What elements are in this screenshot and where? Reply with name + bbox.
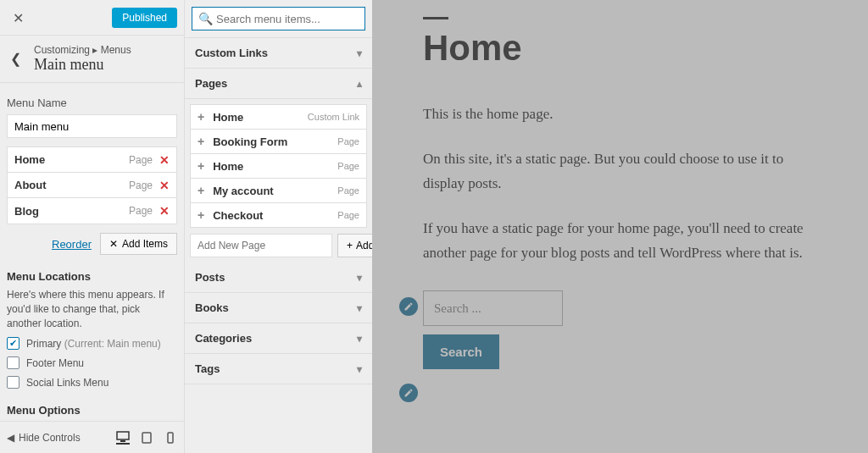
close-button[interactable]: ✕ bbox=[0, 0, 36, 36]
menu-item-type: Page bbox=[129, 154, 153, 166]
location-label: Footer Menu bbox=[26, 357, 84, 369]
checkbox-icon[interactable] bbox=[7, 356, 19, 369]
checkbox-icon[interactable]: ✔ bbox=[7, 337, 19, 350]
accordion-label: Tags bbox=[195, 362, 220, 375]
breadcrumb: Customizing ▸ Menus bbox=[34, 44, 174, 56]
page-title: Main menu bbox=[34, 56, 174, 74]
page-item[interactable]: +HomeCustom Link bbox=[190, 104, 367, 130]
accordion-label: Custom Links bbox=[195, 47, 268, 59]
accordion-label: Pages bbox=[195, 77, 227, 90]
location-note: (Current: Main menu) bbox=[64, 338, 161, 350]
location-option-social[interactable]: Social Links Menu bbox=[7, 376, 177, 389]
accordion-books[interactable]: Books ▾ bbox=[185, 293, 372, 323]
accordion-pages[interactable]: Pages ▴ bbox=[185, 69, 372, 99]
menu-item-label: Blog bbox=[14, 205, 129, 218]
svg-rect-3 bbox=[168, 433, 173, 443]
hide-controls-button[interactable]: ◀ Hide Controls bbox=[7, 432, 81, 444]
accordion-custom-links[interactable]: Custom Links ▾ bbox=[185, 38, 372, 69]
page-item-type: Page bbox=[337, 185, 359, 196]
menu-item-type: Page bbox=[129, 180, 153, 191]
page-item[interactable]: +Booking FormPage bbox=[190, 129, 367, 154]
add-items-label: Add Items bbox=[122, 238, 168, 250]
menu-item-label: Home bbox=[14, 153, 129, 166]
page-item[interactable]: +My accountPage bbox=[190, 178, 367, 203]
page-item-type: Page bbox=[337, 210, 359, 220]
chevron-up-icon: ▴ bbox=[357, 78, 362, 90]
accordion-label: Categories bbox=[195, 332, 252, 345]
collapse-icon: ◀ bbox=[7, 432, 14, 444]
menu-options-heading: Menu Options bbox=[7, 404, 177, 417]
preview-overlay bbox=[372, 0, 868, 453]
search-icon: 🔍 bbox=[198, 12, 213, 25]
tablet-icon[interactable] bbox=[140, 431, 153, 445]
accordion-categories[interactable]: Categories ▾ bbox=[185, 323, 372, 354]
remove-icon[interactable]: ✕ bbox=[159, 204, 170, 218]
svg-rect-0 bbox=[117, 432, 129, 439]
plus-icon: + bbox=[198, 159, 204, 173]
location-label: Primary bbox=[26, 338, 61, 350]
page-item-label: Home bbox=[213, 160, 337, 173]
add-new-page-input[interactable] bbox=[190, 234, 332, 257]
chevron-down-icon: ▾ bbox=[357, 333, 362, 345]
plus-icon: + bbox=[198, 110, 204, 124]
chevron-down-icon: ▾ bbox=[357, 363, 362, 375]
published-button[interactable]: Published bbox=[112, 8, 177, 28]
page-item-type: Custom Link bbox=[308, 112, 359, 122]
accordion-tags[interactable]: Tags ▾ bbox=[185, 354, 372, 384]
plus-icon: + bbox=[347, 240, 353, 251]
chevron-down-icon: ▾ bbox=[357, 47, 362, 59]
hide-controls-label: Hide Controls bbox=[19, 432, 81, 444]
plus-icon: + bbox=[198, 208, 204, 222]
page-item-label: My account bbox=[213, 185, 337, 197]
accordion-posts[interactable]: Posts ▾ bbox=[185, 262, 372, 293]
menu-name-input[interactable] bbox=[7, 114, 177, 138]
close-icon: ✕ bbox=[109, 238, 118, 250]
menu-item[interactable]: About Page ✕ bbox=[8, 173, 176, 198]
menu-locations-desc: Here's where this menu appears. If you'd… bbox=[7, 288, 177, 330]
location-label: Social Links Menu bbox=[26, 377, 108, 389]
page-item[interactable]: +CheckoutPage bbox=[190, 202, 367, 228]
page-item-type: Page bbox=[337, 136, 359, 146]
chevron-down-icon: ▾ bbox=[357, 302, 362, 314]
mobile-icon[interactable] bbox=[164, 431, 177, 445]
accordion-label: Books bbox=[195, 301, 229, 314]
menu-locations-heading: Menu Locations bbox=[7, 270, 177, 283]
page-item-label: Checkout bbox=[213, 209, 337, 222]
plus-icon: + bbox=[198, 184, 204, 197]
accordion-label: Posts bbox=[195, 271, 225, 284]
svg-rect-1 bbox=[120, 440, 125, 442]
svg-rect-2 bbox=[142, 433, 151, 443]
site-preview: Home This is the home page. On this site… bbox=[372, 0, 868, 453]
menu-item[interactable]: Home Page ✕ bbox=[8, 147, 176, 173]
pages-panel: +HomeCustom Link +Booking FormPage +Home… bbox=[185, 99, 372, 262]
remove-icon[interactable]: ✕ bbox=[159, 153, 170, 167]
menu-item[interactable]: Blog Page ✕ bbox=[8, 198, 176, 224]
chevron-down-icon: ▾ bbox=[357, 272, 362, 284]
plus-icon: + bbox=[198, 135, 204, 148]
page-item[interactable]: +HomePage bbox=[190, 153, 367, 179]
page-item-label: Home bbox=[213, 111, 308, 124]
menu-item-type: Page bbox=[129, 205, 153, 217]
page-item-label: Booking Form bbox=[213, 135, 337, 148]
remove-icon[interactable]: ✕ bbox=[159, 179, 170, 192]
back-chevron-icon[interactable]: ❮ bbox=[10, 51, 34, 67]
menu-items-list: Home Page ✕ About Page ✕ Blog Page ✕ bbox=[7, 146, 177, 224]
reorder-link[interactable]: Reorder bbox=[52, 238, 92, 251]
add-items-button[interactable]: ✕ Add Items bbox=[100, 233, 177, 255]
menu-item-label: About bbox=[14, 179, 129, 191]
menu-name-label: Menu Name bbox=[7, 97, 177, 109]
location-option-primary[interactable]: ✔ Primary (Current: Main menu) bbox=[7, 337, 177, 350]
desktop-icon[interactable] bbox=[116, 431, 130, 445]
checkbox-icon[interactable] bbox=[7, 376, 19, 389]
location-option-footer[interactable]: Footer Menu bbox=[7, 356, 177, 369]
page-item-type: Page bbox=[337, 161, 359, 171]
search-input[interactable] bbox=[192, 7, 365, 30]
